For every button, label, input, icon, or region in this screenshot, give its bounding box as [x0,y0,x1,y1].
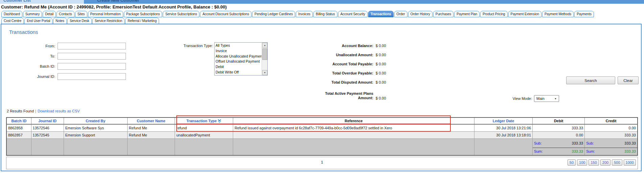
account-tab[interactable]: Invoices [296,11,313,17]
cell-credit: 0.00 [585,124,638,131]
account-tab[interactable]: Personal Information [88,11,123,17]
account-tab[interactable]: End User Portal [24,18,52,24]
cell-journal-id: 13572545 [31,131,64,138]
filter-row: Journal ID: [4,71,126,82]
account-tab[interactable]: Payment Methods [542,11,574,17]
scrollbar-thumb[interactable] [262,48,267,60]
tab-label: Sites [77,12,85,16]
account-tab[interactable]: Cost Centre [1,18,24,24]
table-row: 8862858 13572546 Emersion Software Sys R… [6,124,638,131]
account-tab[interactable]: Account Discount Subscriptions [200,11,251,17]
tab-label: Detail [45,12,53,16]
account-tab[interactable]: Service Desk [67,18,92,24]
cell-journal-id: 13572546 [31,124,64,131]
account-tab[interactable]: Package Subscriptions [124,11,162,17]
listbox-option[interactable]: All Types [215,43,262,48]
page-size-button[interactable]: 200 [600,159,610,166]
column-header-customer-name[interactable]: Customer Name [127,117,175,124]
summary-empty-cell [127,138,175,155]
account-tab[interactable]: Summary [23,11,42,17]
balance-value: $ 0.00 [376,53,386,57]
cell-reference: Refund issued against overpayment id 6c2… [233,124,474,131]
top-navigation-bar: Customer List Create New Customer [0,0,644,4]
tab-label: Contacts [59,12,72,16]
table-header-row: Batch ID Journal ID Created By Customer … [6,117,638,124]
current-page-number[interactable]: 1 [6,160,638,164]
page-title: Customer: Refund Me (Account ID : 249908… [1,4,227,9]
account-tab[interactable]: Transactions [368,11,394,17]
account-tab[interactable]: Pending Ledger Cardlines [252,11,295,17]
account-tab[interactable]: Order History [408,11,432,17]
account-tab[interactable]: Payments [574,11,594,17]
listbox-option[interactable]: Invoice [215,48,262,54]
account-tab[interactable]: Purchases [433,11,453,17]
account-tab[interactable]: Payment Extension [508,11,541,17]
account-tab[interactable]: Order [394,11,407,17]
account-tab[interactable]: Account Security [338,11,368,17]
credit-subtotal-cell: Sub:333.33 [585,138,638,148]
tab-label: Dashboard [4,12,20,16]
account-tab[interactable]: Sites [75,11,87,17]
column-header-journal-id[interactable]: Journal ID [31,117,64,124]
sub-label: Sub: [534,141,542,145]
account-tab[interactable]: Product Pricing [480,11,507,17]
page-size-button[interactable]: 100 [577,159,587,166]
account-tab[interactable]: Referral / Marketing [125,18,159,24]
account-tab[interactable]: Detail [43,11,56,17]
tab-label: End User Portal [27,19,50,23]
filter-input[interactable] [58,43,126,49]
column-header-created-by[interactable]: Created By [64,117,127,124]
column-header-batch-id[interactable]: Batch ID [6,117,31,124]
tab-label: Payment Extension [511,12,539,16]
credit-subtotal: 333.33 [624,141,636,145]
tab-label: Referral / Marketing [128,19,157,23]
page-size-button[interactable]: 50 [568,159,576,166]
top-tab-customer-list[interactable]: Customer List [0,0,84,4]
tab-label: Service Restriction [95,19,122,23]
account-tab[interactable]: Service Subscriptions [163,11,199,17]
section-heading: Transactions [9,29,38,35]
filter-input[interactable] [58,63,126,70]
tab-label: Service Desk [70,19,89,23]
account-tab[interactable]: Notes [53,18,67,24]
listbox-option[interactable]: Debit [215,64,262,70]
sort-descending-icon[interactable] [218,119,221,123]
account-tab[interactable]: Service Restriction [92,18,125,24]
account-tab[interactable]: Dashboard [1,11,22,17]
cell-customer-name: Refund Me [127,131,175,138]
page-size-button[interactable]: 1000 [624,159,636,166]
listbox-option[interactable]: Allocate Unallocated Payment [215,54,262,59]
scrollbar-down-icon[interactable]: ▼ [262,70,267,75]
debit-total: 333.33 [572,149,583,153]
transaction-type-options: All TypesInvoiceAllocate Unallocated Pay… [215,43,262,75]
cell-created-by: Emersion Software Sys [64,124,127,131]
account-tab[interactable]: Contacts [57,11,74,17]
scrollbar-up-icon[interactable]: ▲ [262,43,267,48]
listbox-scrollbar[interactable]: ▲ ▼ [262,43,267,75]
filter-input[interactable] [58,73,126,80]
view-mode-label: View Mode: [495,96,532,101]
page-size-button[interactable]: 500 [612,159,622,166]
tab-label: Purchases [436,12,451,16]
account-tab[interactable]: Billing Status [313,11,337,17]
filter-input[interactable] [58,53,126,60]
cell-transaction-type: unallocatedPayment [175,131,233,138]
transaction-type-listbox[interactable]: All TypesInvoiceAllocate Unallocated Pay… [214,42,268,75]
page-size-button[interactable]: 150 [589,159,599,166]
tab-label: Pending Ledger Cardlines [254,12,293,16]
listbox-option[interactable]: Offset Unallocated Payment [215,59,262,64]
results-count: 2 Results Found [7,109,34,113]
account-tab[interactable]: Payment Plan [454,11,480,17]
search-button[interactable]: Search [566,77,615,84]
download-csv-link[interactable]: Download results as CSV [38,109,80,113]
view-mode-select[interactable]: Main ▼ [534,95,559,102]
credit-total: 333.33 [624,149,636,153]
page-size-buttons: 501001502005001000 [566,159,636,166]
clear-button[interactable]: Clear [618,77,639,84]
filter-row: To: [4,51,126,61]
column-header-transaction-type[interactable]: Transaction Type [175,117,233,124]
listbox-option[interactable]: Debit Write Off [215,70,262,75]
top-tab-create-new-customer[interactable]: Create New Customer [97,0,185,4]
balance-value: $ 0.00 [376,44,386,48]
column-header-ledger-date[interactable]: Ledger Date [474,117,532,124]
